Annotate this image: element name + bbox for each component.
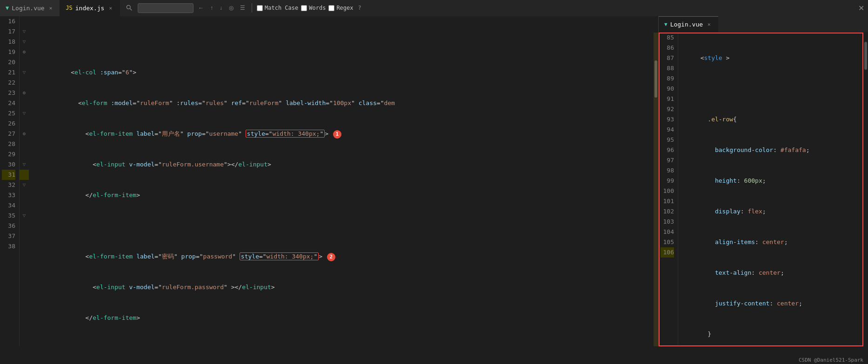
scrollbar-right[interactable] — [863, 33, 868, 346]
nav-up-button[interactable]: ↑ — [208, 4, 215, 12]
code-line-r86 — [693, 84, 868, 94]
search-input[interactable] — [141, 5, 169, 12]
editor-left: 16 17 18 19 20 21 22 23 24 25 26 27 28 2… — [0, 16, 659, 346]
watermark: CSDN @Daniel521-Spark — [799, 357, 863, 363]
editor-tab-bar-right: ▼ Login.vue ✕ — [659, 16, 868, 33]
match-case-option[interactable]: Match Case — [257, 5, 298, 11]
search-close-button[interactable]: ✕ — [858, 4, 864, 13]
code-area-left: 16 17 18 19 20 21 22 23 24 25 26 27 28 2… — [0, 16, 658, 346]
match-case-checkbox[interactable] — [257, 5, 263, 11]
tab-bar: ▼ Login.vue ✕ JS index.js ✕ ← ↑ ↓ ◎ ☰ Ma… — [0, 0, 868, 16]
editor-right: ▼ Login.vue ✕ 85 86 87 88 89 90 — [659, 16, 868, 346]
gutter-right — [678, 33, 688, 346]
code-line-25: </el-form-item> — [34, 313, 658, 323]
tab-label-login-vue-right: Login.vue — [670, 21, 703, 28]
code-line-r91: align-items: center; — [693, 237, 868, 247]
nav-down-button[interactable]: ↓ — [218, 4, 224, 12]
code-content-left[interactable]: <el-col :span="6"> <el-form :model="rule… — [29, 16, 658, 346]
tab-index-js[interactable]: JS index.js ✕ — [60, 0, 120, 16]
code-line-r85: <style > — [693, 53, 868, 63]
code-line-19: <el-form-item label="用户名" prop="username… — [34, 129, 658, 139]
code-line-r87: .el-row{ — [693, 114, 868, 125]
help-icon[interactable]: ? — [358, 5, 361, 11]
code-line-21: </el-form-item> — [34, 190, 658, 200]
tab-login-vue-left[interactable]: ▼ Login.vue ✕ — [0, 0, 60, 16]
js-icon: JS — [66, 5, 72, 11]
code-line-24: <el-input v-model="ruleForm.password" ><… — [34, 282, 658, 292]
regex-label: Regex — [336, 5, 353, 11]
code-content-right[interactable]: <style > .el-row{ background-color: #faf… — [688, 33, 868, 346]
code-line-26 — [34, 344, 658, 346]
separator-1 — [252, 3, 252, 13]
tab-close-login[interactable]: ✕ — [47, 4, 54, 12]
regex-option[interactable]: Regex — [328, 5, 353, 11]
code-line-18: <el-form :model="ruleForm" :rules="rules… — [34, 98, 658, 108]
code-line-16 — [34, 37, 658, 47]
code-line-r89: height: 600px; — [693, 176, 868, 186]
editor-panel-right: ▼ Login.vue ✕ 85 86 87 88 89 90 — [659, 16, 868, 346]
tab-close-right[interactable]: ✕ — [706, 20, 713, 28]
code-line-r90: display: flex; — [693, 206, 868, 217]
scrollbar-left[interactable] — [654, 33, 658, 346]
code-line-r94: } — [693, 329, 868, 339]
line-numbers-right: 85 86 87 88 89 90 91 92 93 94 95 96 97 9… — [659, 33, 678, 346]
svg-point-0 — [127, 5, 130, 9]
line-numbers-left: 16 17 18 19 20 21 22 23 24 25 26 27 28 2… — [0, 16, 20, 346]
code-line-r92: text-align: center; — [693, 268, 868, 278]
right-code-wrapper: 85 86 87 88 89 90 91 92 93 94 95 96 97 9… — [659, 33, 868, 346]
nav-filter-button[interactable]: ☰ — [238, 4, 247, 12]
minimap-highlight-left — [654, 33, 658, 346]
tab-login-vue-right[interactable]: ▼ Login.vue ✕ — [659, 16, 718, 33]
code-area-right: 85 86 87 88 89 90 91 92 93 94 95 96 97 9… — [659, 33, 868, 346]
tab-label-index-js: index.js — [75, 5, 105, 12]
match-case-label: Match Case — [265, 5, 298, 11]
editors-container: 16 17 18 19 20 21 22 23 24 25 26 27 28 2… — [0, 16, 868, 346]
svg-line-1 — [130, 8, 132, 10]
vue-icon-right: ▼ — [664, 21, 668, 27]
search-input-wrapper[interactable] — [138, 3, 194, 13]
code-line-22 — [34, 221, 658, 231]
nav-target-button[interactable]: ◎ — [227, 4, 235, 12]
search-icon — [124, 2, 135, 13]
tab-close-indexjs[interactable]: ✕ — [107, 4, 114, 12]
gutter-left: ▽ ▽ ⊙ ▽ ⊙ ▽ ⊙ ▽ ▽ ▽ — [20, 16, 29, 346]
scrollbar-thumb-right[interactable] — [864, 42, 867, 70]
nav-prev-button[interactable]: ← — [196, 4, 206, 12]
tab-label-login-vue-left: Login.vue — [12, 5, 44, 12]
code-line-20: <el-input v-model="ruleForm.username"></… — [34, 159, 658, 170]
code-line-r93: justify-content: center; — [693, 298, 868, 309]
vue-icon-left: ▼ — [6, 5, 9, 11]
code-line-r88: background-color: #fafafa; — [693, 145, 868, 155]
code-line-17: <el-col :span="6"> — [34, 67, 658, 78]
words-label: Words — [309, 5, 326, 11]
search-bar: ← ↑ ↓ ◎ ☰ Match Case Words Regex ? ✕ — [120, 0, 868, 16]
code-line-23: <el-form-item label="密码" prop="password"… — [34, 251, 658, 262]
words-checkbox[interactable] — [301, 5, 307, 11]
words-option[interactable]: Words — [301, 5, 326, 11]
regex-checkbox[interactable] — [328, 5, 334, 11]
